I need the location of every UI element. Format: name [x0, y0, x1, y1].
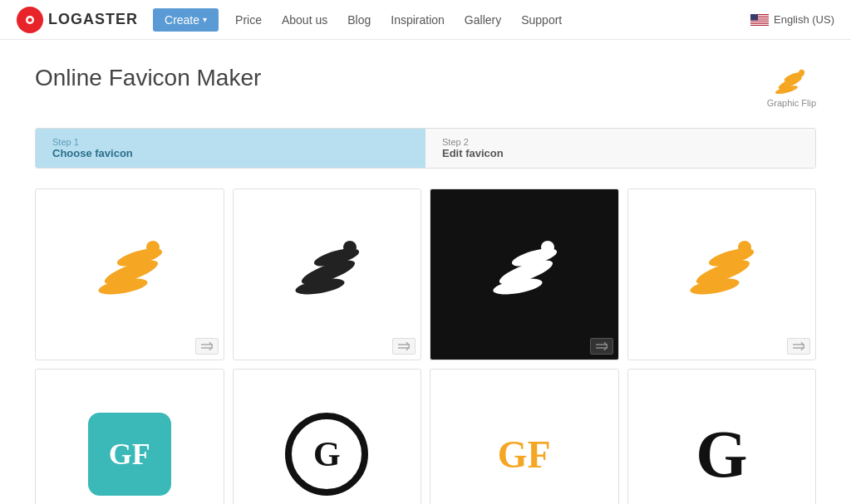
svg-rect-7: [750, 20, 769, 21]
svg-point-33: [541, 241, 554, 254]
nav-price[interactable]: Price: [225, 13, 272, 27]
logo-card-1[interactable]: [35, 188, 224, 360]
logo-card-5[interactable]: GF GF: [35, 369, 224, 504]
svg-rect-9: [750, 23, 769, 24]
svg-point-13: [799, 70, 804, 76]
svg-point-2: [28, 17, 32, 22]
flag-icon: [750, 14, 769, 26]
card-badge-2: [392, 338, 416, 355]
svg-rect-8: [750, 22, 769, 22]
steps-bar: Step 1 Choose favicon Step 2 Edit favico…: [35, 128, 816, 169]
logo-card-8[interactable]: G G: [627, 369, 817, 504]
create-button[interactable]: Create ▾: [153, 8, 219, 32]
main-content: Online Favicon Maker Graphic Flip Step 1…: [18, 40, 833, 504]
g-black-icon: G: [696, 417, 747, 492]
step-2: Step 2 Edit favicon: [426, 129, 815, 168]
g-circle-icon: G: [285, 413, 368, 496]
swirl-white-dark-icon: [475, 232, 574, 316]
nav-support[interactable]: Support: [511, 13, 572, 27]
swirl-orange2-icon: [671, 232, 771, 316]
svg-rect-10: [750, 14, 758, 21]
graphic-flip-logo: Graphic Flip: [767, 65, 816, 108]
gf-orange-icon: GF: [498, 433, 551, 477]
logo-card-3[interactable]: [430, 188, 619, 360]
logo-icon: [17, 7, 43, 33]
navbar: LOGASTER Create ▾ Price About us Blog In…: [0, 0, 851, 40]
logo-card-6[interactable]: G ©: [233, 369, 422, 504]
svg-point-41: [738, 241, 751, 254]
svg-point-17: [146, 241, 160, 254]
logo-card-2[interactable]: [233, 188, 422, 360]
page-header: Online Favicon Maker Graphic Flip: [35, 65, 816, 108]
card-badge-4: [787, 338, 810, 355]
swirl-black-icon: [277, 232, 376, 316]
logo-area: LOGASTER: [17, 7, 138, 33]
gf-teal-icon: GF: [88, 413, 171, 496]
graphic-flip-swirl-icon: [768, 65, 814, 98]
chevron-down-icon: ▾: [203, 15, 207, 24]
nav-about[interactable]: About us: [272, 13, 337, 27]
page-title: Online Favicon Maker: [35, 65, 261, 91]
language-label: English (US): [774, 13, 834, 26]
nav-inspiration[interactable]: Inspiration: [381, 13, 455, 27]
card-badge-3: [590, 338, 613, 355]
card-badge-1: [195, 338, 219, 355]
step-1: Step 1 Choose favicon: [36, 129, 426, 168]
logo-card-4[interactable]: [627, 188, 817, 360]
graphic-flip-label: Graphic Flip: [767, 98, 816, 108]
logo-grid: GF GF G © GF GF G G: [35, 188, 816, 504]
logo-text: LOGASTER: [48, 11, 138, 28]
svg-point-25: [343, 241, 357, 254]
logo-card-7[interactable]: GF GF: [430, 369, 619, 504]
swirl-orange-icon: [80, 232, 180, 316]
nav-blog[interactable]: Blog: [337, 13, 381, 27]
nav-links: Create ▾ Price About us Blog Inspiration…: [153, 8, 750, 32]
nav-right: English (US): [750, 13, 834, 26]
nav-gallery[interactable]: Gallery: [455, 13, 511, 27]
